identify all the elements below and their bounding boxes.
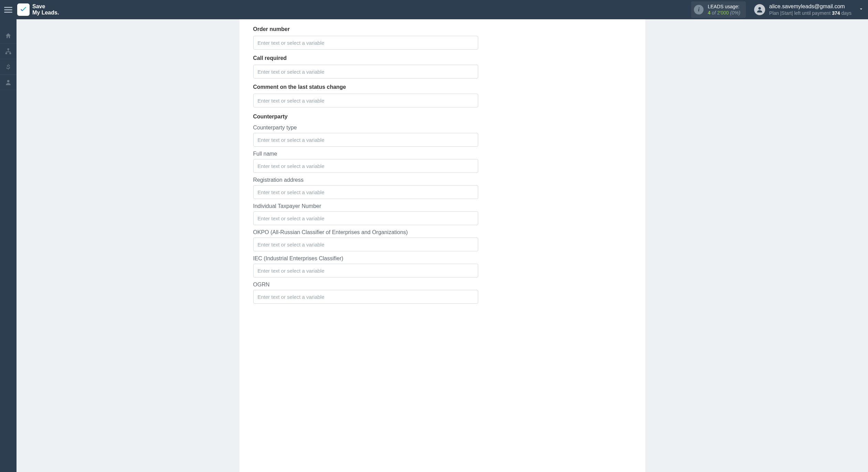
- call-required-input[interactable]: [253, 65, 478, 78]
- field-call-required: Call required: [253, 55, 478, 78]
- field-label: Registration address: [253, 177, 478, 183]
- field-label: Full name: [253, 151, 478, 157]
- field-iec: IEC (Industrial Enterprises Classifier): [253, 255, 478, 277]
- field-counterparty-type: Counterparty type: [253, 125, 478, 147]
- taxpayer-number-input[interactable]: [253, 211, 478, 225]
- leads-usage-text: LEADS usage: 4 of 2'000 (0%): [708, 3, 740, 16]
- field-label: IEC (Industrial Enterprises Classifier): [253, 255, 478, 262]
- comment-status-input[interactable]: [253, 94, 478, 107]
- iec-input[interactable]: [253, 264, 478, 277]
- section-heading-counterparty: Counterparty: [253, 114, 478, 120]
- field-okpo: OKPO (All-Russian Classifier of Enterpri…: [253, 229, 478, 251]
- field-label: OKPO (All-Russian Classifier of Enterpri…: [253, 229, 478, 235]
- user-info-text: alice.savemyleads@gmail.com Plan |Start|…: [769, 3, 851, 17]
- field-order-number: Order number: [253, 26, 478, 50]
- full-name-input[interactable]: [253, 159, 478, 173]
- field-taxpayer-number: Individual Taxpayer Number: [253, 203, 478, 225]
- logo-text: Save My Leads.: [32, 3, 59, 15]
- sitemap-icon: [5, 48, 12, 55]
- field-comment-status: Comment on the last status change: [253, 84, 478, 107]
- user-icon: [5, 79, 12, 86]
- sidebar-item-connections[interactable]: [0, 44, 17, 59]
- app-logo[interactable]: Save My Leads.: [17, 3, 59, 16]
- leads-usage-badge[interactable]: i LEADS usage: 4 of 2'000 (0%): [691, 1, 746, 18]
- field-ogrn: OGRN: [253, 282, 478, 304]
- logo-icon: [17, 3, 30, 16]
- user-menu[interactable]: alice.savemyleads@gmail.com Plan |Start|…: [754, 3, 851, 17]
- svg-point-0: [758, 7, 761, 10]
- app-header: Save My Leads. i LEADS usage: 4 of 2'000…: [0, 0, 868, 19]
- field-label: Order number: [253, 26, 478, 32]
- user-avatar-icon: [754, 4, 765, 15]
- field-label: Individual Taxpayer Number: [253, 203, 478, 209]
- field-registration-address: Registration address: [253, 177, 478, 199]
- svg-point-4: [7, 80, 10, 82]
- info-icon: i: [694, 5, 704, 14]
- sidebar-item-billing[interactable]: [0, 59, 17, 75]
- registration-address-input[interactable]: [253, 185, 478, 199]
- main-content: Order number Call required Comment on th…: [17, 19, 868, 472]
- sidebar-item-home[interactable]: [0, 28, 17, 44]
- sidebar-item-account[interactable]: [0, 75, 17, 90]
- counterparty-type-input[interactable]: [253, 133, 478, 147]
- svg-rect-2: [6, 53, 7, 54]
- field-full-name: Full name: [253, 151, 478, 173]
- svg-rect-1: [8, 49, 9, 50]
- svg-rect-3: [9, 53, 11, 54]
- form-card: Order number Call required Comment on th…: [239, 19, 645, 472]
- ogrn-input[interactable]: [253, 290, 478, 304]
- field-label: Counterparty type: [253, 125, 478, 131]
- field-label: Call required: [253, 55, 478, 61]
- sidebar-nav: [0, 19, 17, 472]
- field-label: Comment on the last status change: [253, 84, 478, 90]
- order-number-input[interactable]: [253, 36, 478, 50]
- okpo-input[interactable]: [253, 238, 478, 251]
- user-menu-chevron-icon[interactable]: [858, 6, 864, 13]
- field-label: OGRN: [253, 282, 478, 288]
- dollar-icon: [5, 63, 12, 70]
- home-icon: [5, 32, 12, 39]
- menu-toggle-button[interactable]: [4, 6, 12, 14]
